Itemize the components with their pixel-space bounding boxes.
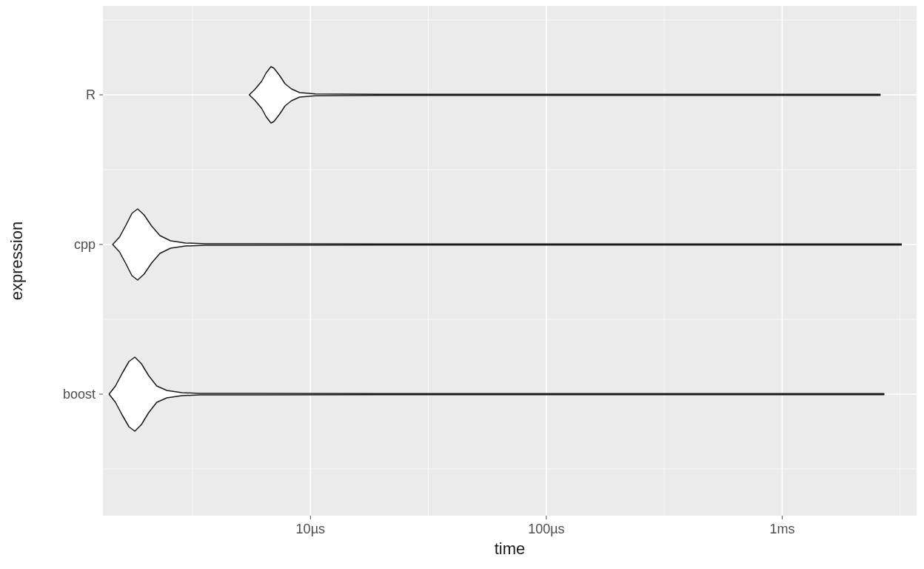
panel-background xyxy=(103,6,917,516)
chart-svg: 10µs100µs1msRcppboosttimeexpression xyxy=(0,0,924,569)
y-tick-label: boost xyxy=(63,387,96,402)
y-tick-label: cpp xyxy=(74,237,96,252)
y-axis-title: expression xyxy=(7,222,26,300)
x-tick-label: 100µs xyxy=(528,522,564,536)
x-tick-label: 1ms xyxy=(769,522,794,536)
y-tick-label: R xyxy=(86,87,96,102)
x-axis-title: time xyxy=(495,539,526,558)
x-tick-label: 10µs xyxy=(296,522,325,536)
violin-benchmark-chart: 10µs100µs1msRcppboosttimeexpression xyxy=(0,0,924,569)
